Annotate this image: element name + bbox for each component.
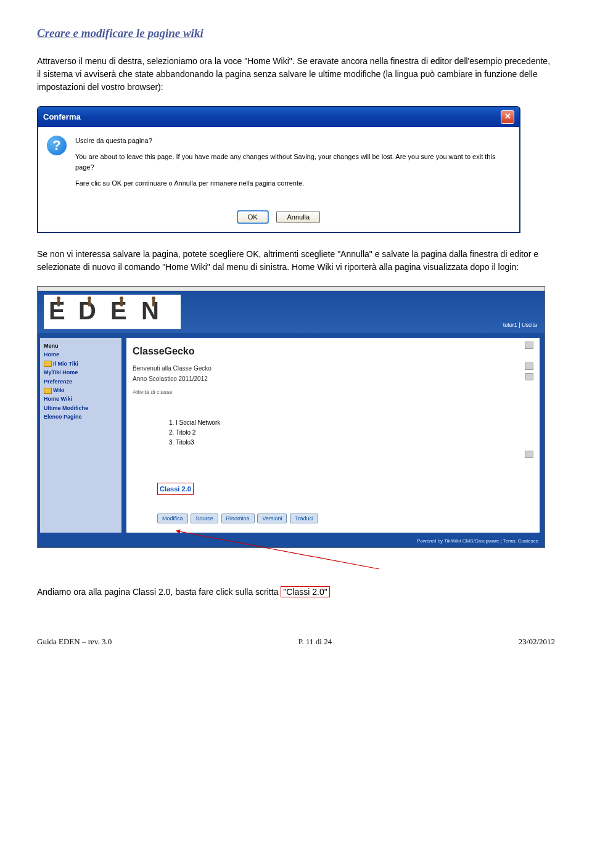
dialog-line-1: Uscire da questa pagina? [75,136,511,146]
dialog-text: Uscire da questa pagina? You are about t… [75,136,511,195]
question-icon: ? [47,136,67,155]
eden-list-item-3[interactable]: Titolo3 [176,438,533,447]
edit-icon[interactable] [525,373,533,380]
confirm-dialog: Conferma ✕ ? Uscire da questa pagina? Yo… [37,106,520,234]
eden-screenshot: E D E N tutor1 | Uscita Menu Home Il Mio… [37,286,545,548]
footer-center: P. 11 di 24 [298,636,332,648]
footer-right: 23/02/2012 [519,636,555,648]
eden-welcome-text: Benvenuti alla Classe Gecko [133,365,212,372]
dialog-buttons: OK Annulla [38,203,519,232]
svg-text:N: N [141,297,159,324]
menu-folder-miotiki-label: Il Mio Tiki [53,361,78,367]
svg-point-8 [120,297,123,300]
browser-topbar [38,287,545,291]
svg-rect-7 [88,300,91,306]
footer-left: Guida EDEN – rev. 3.0 [37,636,112,648]
eden-year-text: Anno Scolastico 2011/2012 [133,375,208,382]
svg-line-12 [176,531,379,569]
eden-body: Menu Home Il Mio Tiki MyTiki Home Prefer… [38,333,545,535]
folder-icon [44,388,52,394]
menu-preferenze[interactable]: Preferenze [44,377,118,386]
menu-homewiki[interactable]: Home Wiki [44,395,118,403]
eden-userlinks[interactable]: tutor1 | Uscita [503,321,537,330]
cancel-button[interactable]: Annulla [276,211,320,223]
page-icon[interactable] [525,342,533,349]
menu-folder-wiki[interactable]: Wiki [44,386,118,395]
menu-ultime[interactable]: Ultime Modifiche [44,404,118,412]
tool-rinomina[interactable]: Rinomina [221,514,255,523]
paragraph-1: Attraverso il menu di destra, selezionia… [37,55,555,94]
svg-text:E: E [49,297,65,324]
svg-rect-11 [152,300,155,306]
svg-rect-9 [120,300,123,306]
svg-point-10 [152,297,155,300]
eden-logo: E D E N [44,295,181,329]
menu-elenco[interactable]: Elenco Pagine [44,412,118,421]
edit-icon[interactable] [525,451,533,458]
dialog-body: ? Uscire da questa pagina? You are about… [38,127,519,203]
tool-modifica[interactable]: Modifica [157,514,188,523]
dialog-line-3: Fare clic su OK per continuare o Annulla… [75,178,511,189]
eden-list-item-1[interactable]: I Social Network [176,418,533,427]
dialog-titlebar: Conferma ✕ [38,107,519,127]
paragraph-3-prefix: Andiamo ora alla pagina Classi 2.0, bast… [37,587,281,597]
dialog-title: Conferma [43,111,81,123]
paragraph-2: Se non vi interessa salvare la pagina, p… [37,248,555,274]
edit-icon[interactable] [525,362,533,370]
close-icon[interactable]: ✕ [501,110,514,124]
dialog-line-2: You are about to leave this page. If you… [75,152,511,172]
red-arrow [37,527,545,570]
svg-text:E: E [110,297,127,324]
eden-header: E D E N tutor1 | Uscita [38,291,545,333]
paragraph-3-highlight: "Classi 2.0" [281,586,329,597]
tool-traduci[interactable]: Traduci [290,514,318,523]
paragraph-3: Andiamo ora alla pagina Classi 2.0, bast… [37,586,555,599]
eden-activity: Attività di classe [133,388,533,397]
classi-link[interactable]: Classi 2.0 [157,483,194,496]
eden-activity-list: I Social Network Titolo 2 Titolo3 [176,418,533,447]
menu-folder-miotiki[interactable]: Il Mio Tiki [44,359,118,368]
eden-welcome: Benvenuti alla Classe Gecko [133,364,533,373]
document-footer: Guida EDEN – rev. 3.0 P. 11 di 24 23/02/… [37,636,555,648]
eden-page-title: ClasseGecko [133,344,533,359]
svg-point-4 [57,297,60,300]
eden-list-item-2[interactable]: Titolo 2 [176,428,533,437]
svg-rect-5 [57,300,60,306]
svg-point-6 [88,297,91,300]
eden-sidebar-menu: Menu Home Il Mio Tiki MyTiki Home Prefer… [40,338,121,533]
svg-text:D: D [78,297,96,324]
tool-source[interactable]: Source [191,514,218,523]
menu-home[interactable]: Home [44,350,118,359]
eden-year: Anno Scolastico 2011/2012 [133,374,533,383]
tool-versioni[interactable]: Versioni [257,514,287,523]
eden-main: ClasseGecko Benvenuti alla Classe Gecko … [126,338,540,533]
menu-folder-wiki-label: Wiki [53,387,64,393]
ok-button[interactable]: OK [237,211,268,223]
eden-toolbar: Modifica Source Rinomina Versioni Traduc… [157,514,533,523]
section-title: Creare e modificare le pagine wiki [37,25,555,43]
menu-heading: Menu [44,342,118,350]
menu-mytikihome[interactable]: MyTiki Home [44,368,118,377]
folder-icon [44,361,52,367]
